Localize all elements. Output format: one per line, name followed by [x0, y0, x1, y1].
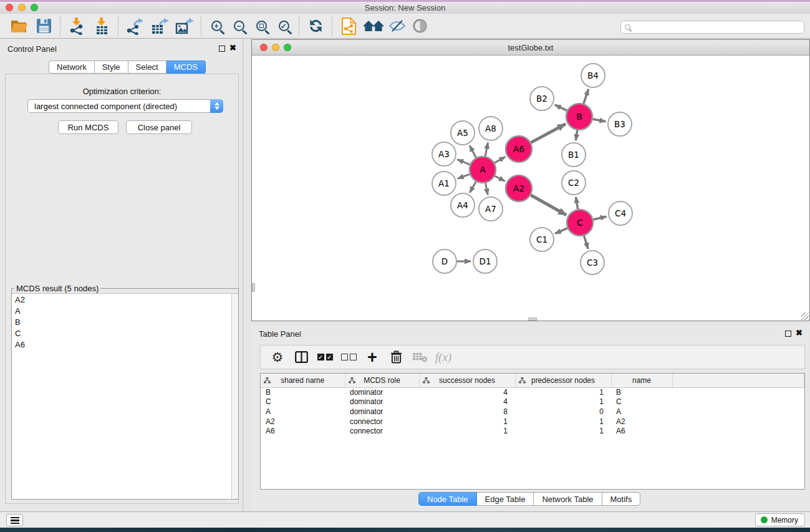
graph-edge-B-B3[interactable] [593, 119, 606, 122]
graph-edge-A-A1[interactable] [458, 174, 470, 178]
graph-edge-A6-B[interactable] [531, 124, 566, 143]
graph-node-C3[interactable]: C3 [581, 251, 604, 274]
tab-node-table[interactable]: Node Table [418, 492, 477, 506]
table-row[interactable]: A6connector11A6 [261, 426, 804, 436]
add-column-icon[interactable]: + [360, 347, 384, 368]
table-row[interactable]: A2connector11A2 [261, 417, 804, 427]
graph-edge-A2-C[interactable] [531, 195, 566, 215]
graph-edge-C-C1[interactable] [555, 228, 567, 234]
graph-node-B[interactable]: B [566, 104, 592, 130]
resize-grip[interactable] [801, 312, 809, 320]
graph-node-B2[interactable]: B2 [530, 87, 554, 110]
graph-edge-A-A7[interactable] [485, 183, 488, 195]
refresh-icon[interactable] [303, 16, 328, 37]
result-list-item[interactable]: A6 [12, 339, 238, 350]
close-table-panel-icon[interactable]: ✖ [796, 328, 803, 337]
graph-node-A5[interactable]: A5 [451, 121, 475, 145]
column-header-predecessor-nodes[interactable]: predecessor nodes [515, 374, 611, 387]
search-input[interactable] [630, 22, 804, 32]
zoom-selected-icon[interactable]: ✓ [272, 16, 295, 37]
graph-edge-B-B2[interactable] [555, 105, 567, 110]
graph-edge-A-A8[interactable] [485, 143, 488, 157]
graph-node-A6[interactable]: A6 [506, 136, 532, 162]
network-graph[interactable]: B4B2BB3A5A8A6A3B1AA1C2A2A4A7C4CC1DD1C3 [252, 56, 809, 321]
function-builder-icon[interactable]: f(x) [432, 347, 455, 368]
zoom-window-button[interactable] [31, 4, 38, 11]
zoom-fit-icon[interactable] [250, 16, 272, 37]
network-canvas[interactable]: B4B2BB3A5A8A6A3B1AA1C2A2A4A7C4CC1DD1C3 [252, 56, 809, 321]
column-header-shared-name[interactable]: shared name [261, 374, 345, 387]
save-icon[interactable] [31, 16, 56, 37]
graph-node-B1[interactable]: B1 [562, 143, 586, 167]
table-settings-icon[interactable]: ⚙ [266, 347, 289, 368]
graph-edge-C-C4[interactable] [593, 216, 606, 220]
column-header-successor-nodes[interactable]: successor nodes [419, 374, 515, 387]
tab-mcds[interactable]: MCDS [166, 60, 206, 74]
graph-edge-A-A4[interactable] [470, 181, 476, 193]
deselect-all-icon[interactable] [337, 347, 360, 368]
graph-node-B3[interactable]: B3 [608, 112, 632, 136]
delete-table-icon[interactable] [408, 347, 432, 368]
column-header-name[interactable]: name [611, 374, 672, 387]
graph-node-A[interactable]: A [470, 157, 496, 183]
graph-edge-A-A5[interactable] [470, 145, 476, 157]
zoom-out-icon[interactable]: − [228, 16, 250, 37]
graph-node-C1[interactable]: C1 [530, 228, 554, 251]
graph-node-D1[interactable]: D1 [473, 249, 497, 273]
tab-edge-table[interactable]: Edge Table [477, 492, 534, 506]
import-network-icon[interactable] [64, 16, 89, 37]
graph-node-A3[interactable]: A3 [432, 142, 456, 166]
graph-edge-A-A3[interactable] [457, 160, 470, 165]
zoom-network-window-button[interactable] [284, 44, 291, 51]
tab-network-table[interactable]: Network Table [534, 492, 602, 506]
graph-edge-A-A2[interactable] [495, 176, 505, 181]
graph-node-A2[interactable]: A2 [506, 175, 532, 201]
graph-node-A7[interactable]: A7 [479, 197, 503, 221]
export-image-icon[interactable] [172, 16, 197, 37]
float-table-panel-icon[interactable] [785, 331, 791, 337]
graph-node-C2[interactable]: C2 [562, 171, 586, 195]
select-all-icon[interactable]: ✓✓ [313, 347, 337, 368]
close-panel-icon[interactable]: ✖ [229, 43, 236, 52]
close-panel-button[interactable]: Close panel [126, 120, 192, 134]
graph-edge-B-B1[interactable] [576, 130, 577, 140]
show-glance-icon[interactable] [408, 16, 431, 37]
export-network-icon[interactable] [122, 16, 147, 37]
graph-node-C[interactable]: C [567, 210, 593, 236]
network-window-titlebar[interactable]: testGlobe.txt [252, 40, 809, 56]
split-column-icon[interactable] [289, 347, 313, 368]
memory-button[interactable]: Memory [755, 513, 805, 526]
graph-node-A8[interactable]: A8 [479, 117, 503, 140]
minimize-window-button[interactable] [18, 4, 26, 11]
column-header-mcds-role[interactable]: MCDS role [345, 374, 419, 387]
table-row[interactable]: Adominator80A [261, 407, 804, 417]
minimize-network-window-button[interactable] [272, 44, 279, 51]
delete-column-icon[interactable] [384, 347, 408, 368]
open-folder-icon[interactable] [6, 16, 31, 37]
tab-style[interactable]: Style [95, 60, 128, 74]
graph-edge-C-C3[interactable] [584, 236, 589, 249]
tab-motifs[interactable]: Motifs [602, 492, 641, 506]
mcds-result-list[interactable]: A2ABCA6 [12, 293, 238, 499]
result-list-item[interactable]: B [12, 316, 238, 327]
zoom-in-icon[interactable]: + [205, 16, 228, 37]
graph-node-D[interactable]: D [433, 249, 456, 273]
horizontal-scroll-nub[interactable] [528, 317, 537, 321]
result-list-item[interactable]: A [12, 305, 238, 316]
graph-edge-C-C2[interactable] [576, 197, 578, 210]
graph-edge-A-A6[interactable] [494, 157, 505, 163]
tab-select[interactable]: Select [128, 60, 166, 74]
graph-node-B4[interactable]: B4 [581, 64, 605, 87]
result-list-item[interactable]: C [12, 327, 238, 339]
close-window-button[interactable] [6, 4, 13, 11]
import-table-icon[interactable] [89, 16, 114, 37]
float-panel-icon[interactable] [219, 46, 225, 52]
tab-network[interactable]: Network [49, 60, 95, 74]
result-list-item[interactable]: A2 [12, 294, 238, 305]
open-network-file-icon[interactable] [336, 16, 361, 37]
run-mcds-button[interactable]: Run MCDS [58, 120, 118, 134]
criterion-select[interactable]: largest connected component (directed) [27, 99, 223, 113]
task-history-button[interactable] [6, 514, 23, 526]
close-network-window-button[interactable] [260, 44, 268, 51]
graph-node-C4[interactable]: C4 [609, 201, 632, 225]
